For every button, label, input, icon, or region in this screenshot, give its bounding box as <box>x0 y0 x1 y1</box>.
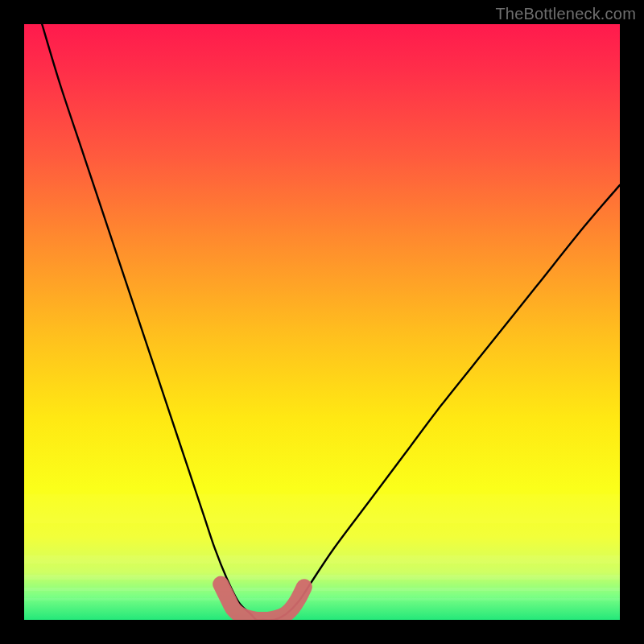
watermark-text: TheBottleneck.com <box>495 5 636 23</box>
curve-layer <box>24 24 620 620</box>
chart-stage: TheBottleneck.com <box>0 0 644 644</box>
plot-area <box>24 24 620 620</box>
bottleneck-curve <box>42 24 620 620</box>
bottom-marker-band <box>221 584 304 620</box>
